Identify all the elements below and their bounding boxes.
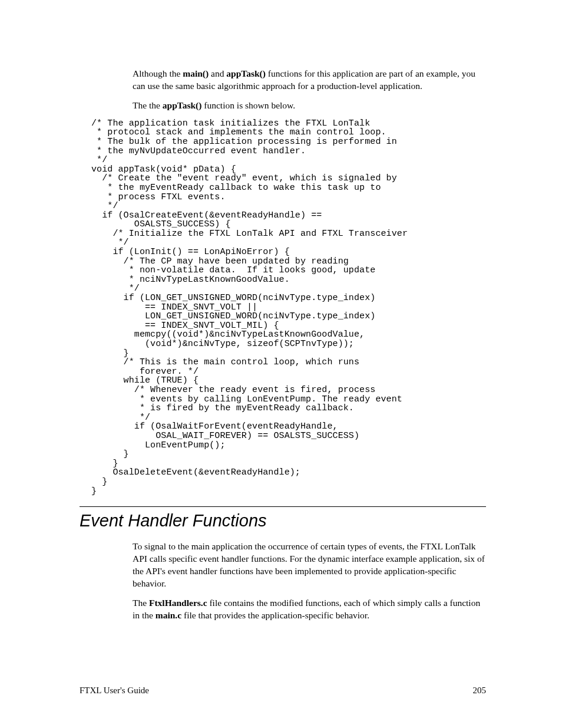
intro-paragraph-2: The the appTask() function is shown belo…: [133, 100, 486, 112]
page-number: 205: [473, 686, 487, 696]
text: and: [209, 68, 226, 78]
file-ftxlhandlers: FtxlHandlers.c: [149, 598, 207, 608]
file-mainc: main.c: [156, 610, 181, 620]
intro-paragraph-1: Although the main() and appTask() functi…: [133, 68, 486, 93]
text: file that provides the application-speci…: [181, 610, 369, 620]
text: function is shown below.: [201, 100, 295, 110]
text: The the: [133, 100, 163, 110]
page-footer: FTXL User's Guide 205: [80, 686, 486, 696]
section-paragraph-2: The FtxlHandlers.c file contains the mod…: [133, 597, 486, 622]
fn-apptask: appTask(): [226, 68, 266, 78]
code-block: /* The application task initializes the …: [91, 119, 486, 496]
section-heading: Event Handler Functions: [80, 509, 486, 532]
footer-title: FTXL User's Guide: [80, 686, 149, 696]
fn-apptask-2: appTask(): [163, 100, 202, 110]
text: Although the: [133, 68, 183, 78]
text: The: [133, 598, 149, 608]
fn-main: main(): [183, 68, 209, 78]
section-paragraph-1: To signal to the main application the oc…: [133, 541, 486, 590]
section-rule: [80, 506, 486, 507]
